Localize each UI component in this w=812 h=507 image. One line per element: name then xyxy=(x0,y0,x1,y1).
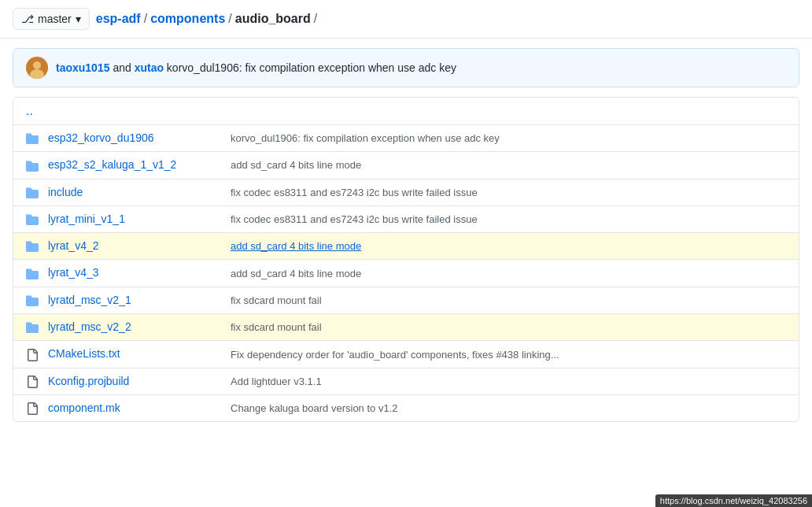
folder-icon xyxy=(26,160,39,172)
file-icon xyxy=(26,402,39,415)
file-name-link[interactable]: lyrat_mini_v1_1 xyxy=(48,213,125,225)
file-name-link[interactable]: lyrat_v4_2 xyxy=(48,239,99,252)
commit-msg-text: Add lightduer v3.1.1 xyxy=(218,368,799,394)
breadcrumb-current: audio_board xyxy=(235,12,311,26)
folder-icon xyxy=(26,240,39,253)
breadcrumb-sep-2: / xyxy=(228,12,231,26)
table-row: lyrat_v4_3 add sd_card 4 bits line mode xyxy=(13,260,799,287)
branch-git-icon: ⎇ xyxy=(21,13,34,25)
commit-msg-text: fix codec es8311 and es7243 i2c bus writ… xyxy=(218,205,799,232)
commit-separator: and xyxy=(113,61,134,74)
table-row: CMakeLists.txt Fix dependency order for … xyxy=(13,341,799,368)
branch-name: master xyxy=(38,13,72,25)
top-bar: ⎇ master ▾ esp-adf / components / audio_… xyxy=(0,0,812,39)
folder-icon xyxy=(26,268,39,280)
breadcrumb: esp-adf / components / audio_board / xyxy=(96,12,317,26)
author2-link[interactable]: xutao xyxy=(135,61,164,74)
file-name-link[interactable]: esp32_s2_kaluga_1_v1_2 xyxy=(48,158,176,171)
breadcrumb-components[interactable]: components xyxy=(150,12,225,26)
folder-icon xyxy=(26,294,39,307)
table-row: Kconfig.projbuild Add lightduer v3.1.1 xyxy=(13,368,799,394)
file-name-link[interactable]: esp32_korvo_du1906 xyxy=(48,131,154,144)
commit-banner: taoxu1015 and xutao korvo_dul1906: fix c… xyxy=(13,48,799,87)
avatar xyxy=(26,57,48,79)
file-icon xyxy=(26,376,39,388)
commit-msg-text: fix sdcard mount fail xyxy=(218,287,799,313)
commit-msg-link[interactable]: add sd_card 4 bits line mode xyxy=(231,240,361,252)
breadcrumb-sep-3: / xyxy=(314,12,317,26)
commit-message: taoxu1015 and xutao korvo_dul1906: fix c… xyxy=(56,61,456,74)
commit-msg-text: add sd_card 4 bits line mode xyxy=(218,152,799,179)
parent-dir-link[interactable]: .. xyxy=(26,104,33,117)
table-row: lyrat_v4_2 add sd_card 4 bits line mode xyxy=(13,233,799,260)
table-row: esp32_s2_kaluga_1_v1_2 add sd_card 4 bit… xyxy=(13,152,799,179)
commit-msg-text: Change kaluga board version to v1.2 xyxy=(218,394,799,421)
author1-link[interactable]: taoxu1015 xyxy=(56,61,109,74)
folder-icon xyxy=(26,132,39,145)
parent-row: .. xyxy=(13,98,799,125)
commit-msg-text: Fix dependency order for 'audio_board' c… xyxy=(218,341,799,368)
breadcrumb-esp-adf[interactable]: esp-adf xyxy=(96,12,141,26)
branch-selector[interactable]: ⎇ master ▾ xyxy=(13,8,90,30)
file-name-link[interactable]: lyratd_msc_v2_2 xyxy=(48,320,131,333)
svg-point-1 xyxy=(33,61,41,69)
table-row: lyrat_mini_v1_1 fix codec es8311 and es7… xyxy=(13,205,799,232)
table-row: component.mk Change kaluga board version… xyxy=(13,394,799,421)
file-name-link[interactable]: CMakeLists.txt xyxy=(48,347,120,360)
table-row: lyratd_msc_v2_2 fix sdcard mount fail xyxy=(13,314,799,341)
file-name-link[interactable]: include xyxy=(48,186,83,198)
commit-msg-text: fix sdcard mount fail xyxy=(218,314,799,341)
file-name-link[interactable]: component.mk xyxy=(48,402,120,414)
folder-icon xyxy=(26,213,39,226)
file-name-link[interactable]: Kconfig.projbuild xyxy=(48,375,130,387)
file-table-wrapper: .. esp32_korvo_du1906 korvo_dul1906: fix… xyxy=(13,97,799,422)
commit-msg-text: fix codec es8311 and es7243 i2c bus writ… xyxy=(218,179,799,205)
breadcrumb-sep-1: / xyxy=(144,12,147,26)
file-table: .. esp32_korvo_du1906 korvo_dul1906: fix… xyxy=(13,98,799,421)
dropdown-icon: ▾ xyxy=(76,13,81,25)
folder-icon xyxy=(26,187,39,199)
file-name-link[interactable]: lyratd_msc_v2_1 xyxy=(48,294,131,306)
file-name-link[interactable]: lyrat_v4_3 xyxy=(48,266,99,279)
file-icon xyxy=(26,349,39,361)
table-row: esp32_korvo_du1906 korvo_dul1906: fix co… xyxy=(13,125,799,152)
table-row: lyratd_msc_v2_1 fix sdcard mount fail xyxy=(13,287,799,313)
folder-icon xyxy=(26,321,39,334)
table-row: include fix codec es8311 and es7243 i2c … xyxy=(13,179,799,205)
commit-msg-text: add sd_card 4 bits line mode xyxy=(218,260,799,287)
avatar-icon xyxy=(26,57,48,79)
commit-msg-text: korvo_dul1906: fix compilation exception… xyxy=(218,125,799,152)
commit-msg-text: korvo_dul1906: fix compilation exception… xyxy=(167,61,456,74)
